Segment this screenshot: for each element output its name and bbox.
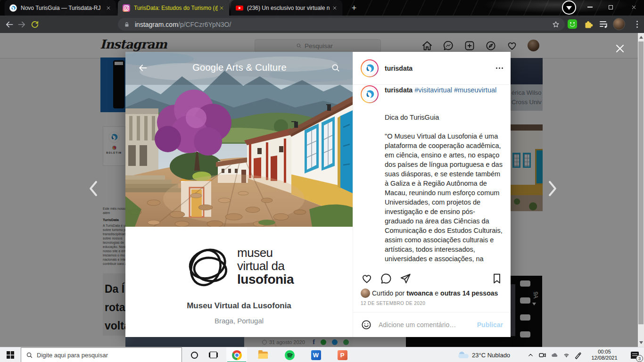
- turisdata-favicon: [9, 4, 17, 12]
- taskbar-chrome-icon[interactable]: [226, 347, 247, 362]
- start-button[interactable]: [0, 347, 21, 362]
- tab-youtube[interactable]: (236) Un esclusivo tour virtuale n: [231, 0, 342, 16]
- pen-workspace-icon[interactable]: [571, 347, 584, 362]
- media-control-button[interactable]: [562, 0, 576, 15]
- tab-close-icon[interactable]: [218, 4, 225, 12]
- post-options-icon[interactable]: [496, 67, 503, 69]
- taskbar-explorer-icon[interactable]: [253, 347, 273, 362]
- url-text: instagram.com/p/CFCzr6YpN3O/: [135, 21, 552, 28]
- url-domain: instagram.com: [135, 21, 178, 28]
- liker-username[interactable]: twoanca: [406, 289, 433, 297]
- task-view-button[interactable]: [204, 347, 223, 362]
- taskbar-word-icon[interactable]: W: [305, 347, 326, 362]
- spotify-logo-icon: [285, 350, 295, 360]
- tab-close-icon[interactable]: [331, 4, 339, 12]
- tab-title: (236) Un esclusivo tour virtuale n: [247, 5, 331, 11]
- tab-instagram[interactable]: TurisData: Estudos do Turismo (@: [118, 0, 229, 16]
- back-button[interactable]: [4, 19, 15, 30]
- url-path: /p/CFCzr6YpN3O/: [178, 21, 231, 28]
- taskbar-powerpoint-icon[interactable]: P: [332, 347, 353, 362]
- post-author-username[interactable]: turisdata: [385, 65, 413, 72]
- taskbar-clock[interactable]: 00:05 12/08/2021: [586, 347, 622, 362]
- instagram-page: Instagram BOLETIM Este mês nosso além Tu…: [0, 33, 644, 347]
- bitmoji-extension-icon[interactable]: [568, 19, 577, 29]
- address-bar[interactable]: instagram.com/p/CFCzr6YpN3O/: [118, 18, 565, 31]
- browser-profile-avatar[interactable]: [613, 18, 625, 30]
- post-image[interactable]: Google Arts & Culture muse: [125, 52, 353, 337]
- like-heart-icon[interactable]: [361, 272, 373, 285]
- scrollbar-thumb[interactable]: [638, 41, 644, 324]
- modal-close-icon[interactable]: [613, 42, 627, 55]
- taskbar-search-input[interactable]: [37, 352, 155, 359]
- tab-close-icon[interactable]: [105, 4, 112, 12]
- caption-author-avatar[interactable]: [361, 85, 379, 103]
- windows-taskbar: W P 23°C Nublado 00:05 12/08/2021 3: [0, 347, 644, 362]
- museum-logo-wordmark: museu virtual da lusofonia: [237, 246, 294, 287]
- turisdata-logo-icon: [363, 61, 377, 75]
- screen: Novo TurisGuia — Turisdata-RJ TurisData:…: [0, 0, 644, 362]
- clock-date: 12/08/2021: [591, 355, 617, 361]
- clock-time: 00:05: [598, 349, 611, 355]
- music-list-extension-icon[interactable]: [599, 19, 608, 29]
- weather-widget[interactable]: 23°C Nublado: [458, 347, 524, 362]
- new-tab-button[interactable]: +: [348, 2, 360, 14]
- action-center-button[interactable]: 3: [625, 347, 644, 362]
- publish-button[interactable]: Publicar: [477, 321, 503, 329]
- scrollbar-down-arrow[interactable]: [639, 341, 643, 344]
- wifi-icon[interactable]: [560, 347, 572, 362]
- museum-banner: museu virtual da lusofonia Museu Virtual…: [125, 227, 353, 337]
- browser-menu-icon[interactable]: [634, 19, 640, 29]
- bookmark-star-icon[interactable]: [552, 20, 560, 29]
- browser-toolbar: instagram.com/p/CFCzr6YpN3O/: [0, 16, 644, 33]
- reload-button[interactable]: [29, 19, 41, 30]
- caption-paragraph: "O Museu Virtual da Lusofonia é uma plat…: [385, 132, 503, 265]
- meet-now-icon[interactable]: [536, 347, 549, 362]
- onedrive-icon[interactable]: [548, 347, 561, 362]
- comment-input[interactable]: [379, 321, 477, 329]
- extensions-puzzle-icon[interactable]: [584, 19, 594, 29]
- tab-title: TurisData: Estudos do Turismo (@: [134, 5, 218, 11]
- back-arrow-icon: [138, 63, 148, 73]
- tray-expand-chevron[interactable]: [524, 347, 537, 362]
- emoji-smiley-icon[interactable]: [361, 319, 372, 330]
- page-scrollbar: [638, 33, 644, 347]
- media-triangle-icon: [566, 6, 572, 10]
- street-scene-photo: [125, 52, 353, 227]
- taskbar-spotify-icon[interactable]: [279, 347, 300, 362]
- post-date: 12 DE SETEMBRO DE 2020: [353, 301, 511, 312]
- window-minimize-button[interactable]: [580, 0, 600, 14]
- liker-avatar[interactable]: [361, 288, 370, 298]
- window-close-button[interactable]: [623, 0, 644, 14]
- post-author-avatar[interactable]: [361, 59, 379, 77]
- post-footer: Curtido por twoanca e outras 14 pessoas …: [353, 268, 511, 337]
- tab-turisguia[interactable]: Novo TurisGuia — Turisdata-RJ: [5, 0, 116, 16]
- save-bookmark-icon[interactable]: [491, 272, 503, 285]
- post-caption: turisdata #visitavirtual #museuvirtual D…: [361, 85, 503, 265]
- caption-username[interactable]: turisdata: [385, 86, 413, 94]
- comment-bubble-icon[interactable]: [380, 272, 392, 285]
- window-restore-button[interactable]: [601, 0, 620, 14]
- word-logo-icon: W: [311, 350, 321, 360]
- youtube-favicon: [236, 4, 243, 12]
- cortana-button[interactable]: [185, 347, 204, 362]
- scrollbar-up-arrow[interactable]: [639, 36, 643, 39]
- comment-composer: Publicar: [353, 312, 511, 337]
- tab-title: Novo TurisGuia — Turisdata-RJ: [21, 5, 105, 11]
- forward-button[interactable]: [16, 19, 27, 30]
- likes-prefix: Curtido por: [372, 289, 405, 297]
- turisdata-logo-icon: [363, 87, 377, 101]
- museum-location: Braga, Portugal: [125, 317, 353, 325]
- caption-paragraph: Dica do TurisGuia: [385, 113, 503, 122]
- taskbar-searchbox[interactable]: [21, 347, 182, 362]
- likes-others[interactable]: outras 14 pessoas: [440, 289, 498, 297]
- weather-cloud-icon: [458, 352, 469, 358]
- search-icon: [26, 352, 33, 359]
- powerpoint-logo-icon: P: [338, 350, 347, 360]
- lock-icon: [124, 21, 130, 28]
- next-post-chevron[interactable]: [546, 179, 559, 198]
- share-plane-icon[interactable]: [399, 272, 412, 285]
- museum-title: Museu Virtual da Lusofonia: [125, 301, 353, 311]
- browser-tabstrip: Novo TurisGuia — Turisdata-RJ TurisData:…: [0, 0, 644, 16]
- previous-post-chevron[interactable]: [87, 179, 100, 198]
- caption-hashtags[interactable]: #visitavirtual #museuvirtual: [414, 86, 496, 94]
